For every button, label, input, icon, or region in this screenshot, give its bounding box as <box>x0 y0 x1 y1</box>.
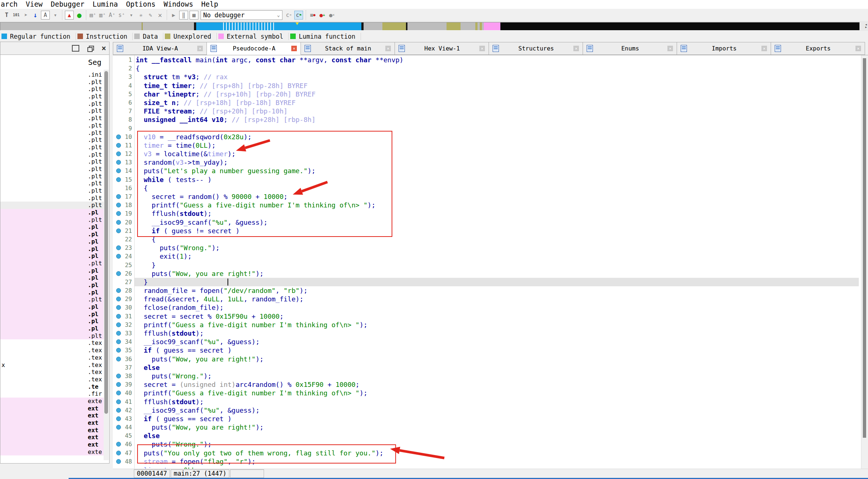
segment-row[interactable]: .plt <box>0 332 104 340</box>
tab-hex-view-1[interactable]: Hex View-1✕ <box>395 42 489 55</box>
code-line[interactable]: 28 random_file = fopen("/dev/random", "r… <box>113 286 868 295</box>
debugger-pause-icon[interactable]: ‖ <box>179 11 188 20</box>
find-binary-icon[interactable]: 101 <box>12 11 20 19</box>
code-line[interactable]: 46 puts("Wrong."); <box>113 440 868 448</box>
segment-row[interactable]: .plt <box>0 296 104 303</box>
code-line[interactable]: 11 timer = time(0LL); <box>113 141 868 150</box>
debugger-stop-icon[interactable]: ■ <box>190 11 198 20</box>
segment-row[interactable]: .pl <box>0 267 104 275</box>
segment-row[interactable]: .tex <box>0 339 104 347</box>
restore-panel-icon[interactable] <box>87 46 93 51</box>
segment-row[interactable]: .plt <box>0 122 104 129</box>
tab-stack-of-main[interactable]: Stack of main✕ <box>301 42 395 55</box>
code-line[interactable]: 33 fflush(stdout); <box>113 329 868 338</box>
close-panel-icon[interactable]: × <box>101 46 106 51</box>
debugger-select[interactable]: No debugger ⌄ <box>201 10 282 20</box>
segment-row[interactable]: .plt <box>0 151 104 158</box>
code-line[interactable]: 36 puts("Wow, you are right!"); <box>113 355 868 363</box>
find-text-icon[interactable]: T <box>3 11 11 19</box>
segment-row[interactable]: .plt <box>0 78 104 86</box>
code-line[interactable]: 18 printf("Guess a five-digit number I'm… <box>113 201 868 209</box>
debugger-run-icon[interactable]: ▶ <box>170 11 178 19</box>
add-breakpoint-icon[interactable]: ●+ <box>318 11 326 19</box>
segment-row[interactable]: .plt <box>0 173 104 180</box>
segment-row[interactable]: .plt <box>0 136 104 144</box>
code-line[interactable]: 1int __fastcall main(int argc, const cha… <box>113 56 868 64</box>
tab-imports[interactable]: Imports✕ <box>677 42 771 55</box>
rename-icon[interactable]: A <box>41 11 50 20</box>
segment-row[interactable]: .pl <box>0 245 104 253</box>
continue-process-icon[interactable]: c⚑ <box>294 11 303 20</box>
tab-structures[interactable]: Structures✕ <box>489 42 583 55</box>
segment-row[interactable]: .texx <box>0 361 104 369</box>
segment-row[interactable]: .plt <box>0 158 104 165</box>
segment-row[interactable]: .tex <box>0 347 104 354</box>
segment-row[interactable]: .te <box>0 383 104 391</box>
segment-row[interactable]: .pl <box>0 231 104 238</box>
tab-ida-view-a[interactable]: IDA View-A✕ <box>113 42 207 55</box>
segment-row[interactable]: ext <box>0 412 104 419</box>
tab-close-icon[interactable]: ✕ <box>667 46 673 51</box>
segment-row[interactable]: .plt <box>0 165 104 173</box>
code-line[interactable]: 44 puts("Wow, you are right!"); <box>113 423 868 431</box>
code-line[interactable]: 21 if ( guess != secret ) <box>113 227 868 235</box>
segment-row[interactable]: .tex <box>0 376 104 383</box>
search-again-icon[interactable]: ➤ <box>22 11 30 19</box>
code-line[interactable]: lineptr = 0LL; <box>113 466 868 469</box>
code-line[interactable]: 4 time_t timer; // [rsp+8h] [rbp-28h] BY… <box>113 81 868 90</box>
code-line[interactable]: 34 __isoc99_scanf("%u", &guess); <box>113 338 868 346</box>
segment-row[interactable]: .plt <box>0 115 104 122</box>
code-line[interactable]: 14 puts("Let's play a number guessing ga… <box>113 167 868 175</box>
edit-icon[interactable]: ✎ <box>146 11 154 19</box>
code-line[interactable]: 6 size_t n; // [rsp+18h] [rbp-18h] BYREF <box>113 98 868 107</box>
code-line[interactable]: 3 struct tm *v3; // rax <box>113 73 868 81</box>
tab-pseudocode-a[interactable]: Pseudocode-A✕ <box>207 42 301 55</box>
tab-close-icon[interactable]: ✕ <box>855 46 861 51</box>
segment-row[interactable]: .plt <box>0 85 104 93</box>
code-line[interactable]: 32 printf("Guess a five-digit number I'm… <box>113 321 868 329</box>
tab-close-icon[interactable]: ✕ <box>479 46 485 51</box>
segment-row[interactable]: .plt <box>0 93 104 100</box>
lumina-status-icon[interactable]: ● <box>75 11 83 19</box>
segment-row[interactable]: .plt <box>0 129 104 137</box>
segment-row[interactable]: .pl <box>0 318 104 325</box>
navigation-band-track[interactable] <box>0 22 860 31</box>
code-line[interactable]: 15 while ( tests-- ) <box>113 175 868 184</box>
problems-icon[interactable]: ▲ <box>65 11 74 20</box>
rename-dropdown-icon[interactable]: ▾ <box>51 11 59 19</box>
tab-close-icon[interactable]: ✕ <box>761 46 767 51</box>
tab-exports[interactable]: Exports✕ <box>771 42 865 55</box>
segment-row[interactable]: .fir <box>0 390 104 398</box>
code-line[interactable]: 10 v10 = __readfsqword(0x28u); <box>113 133 868 141</box>
segment-row[interactable]: .plt <box>0 216 104 224</box>
code-line[interactable]: 19 fflush(stdout); <box>113 209 868 218</box>
code-line[interactable]: 22 { <box>113 235 868 244</box>
segment-row[interactable]: .pl <box>0 252 104 260</box>
segment-row[interactable]: .plt <box>0 180 104 187</box>
segment-row[interactable]: .pl <box>0 289 104 296</box>
code-line[interactable]: 41 fflush(stdout); <box>113 398 868 406</box>
menu-item-debugger[interactable]: Debugger <box>47 0 89 9</box>
segment-row[interactable]: .plt <box>0 107 104 115</box>
code-line[interactable]: 13 srandom(v3->tm_yday); <box>113 158 868 167</box>
segment-row[interactable]: .pl <box>0 223 104 231</box>
code-line[interactable]: 47 puts("You only got two of them wrong,… <box>113 449 868 457</box>
code-line[interactable]: 2{ <box>113 64 868 73</box>
segment-row[interactable]: ext <box>0 427 104 434</box>
segment-row[interactable]: .plt <box>0 100 104 108</box>
code-line[interactable]: 43 if ( guess == secret ) <box>113 415 868 423</box>
code-line[interactable]: 40 printf("Guess a five-digit number I'm… <box>113 389 868 397</box>
segment-row[interactable]: .pl <box>0 274 104 282</box>
segment-row[interactable]: .plt <box>0 144 104 151</box>
attach-process-icon[interactable]: c➔ <box>285 11 293 19</box>
navband-scroll-arrows[interactable]: ◂▸ <box>865 23 867 28</box>
code-line[interactable]: 37 else <box>113 363 868 372</box>
code-line[interactable]: 39 secret = (unsigned int)arc4random() %… <box>113 380 868 389</box>
make-data-icon[interactable]: ▥⁺ <box>98 11 107 19</box>
segment-row[interactable]: exte <box>0 398 104 405</box>
menu-item-view[interactable]: View <box>22 0 47 9</box>
code-line[interactable]: 35 if ( guess == secret ) <box>113 346 868 354</box>
menu-item-windows[interactable]: Windows <box>160 0 197 9</box>
segment-row[interactable]: .pl <box>0 282 104 289</box>
menu-item-help[interactable]: Help <box>197 0 222 9</box>
